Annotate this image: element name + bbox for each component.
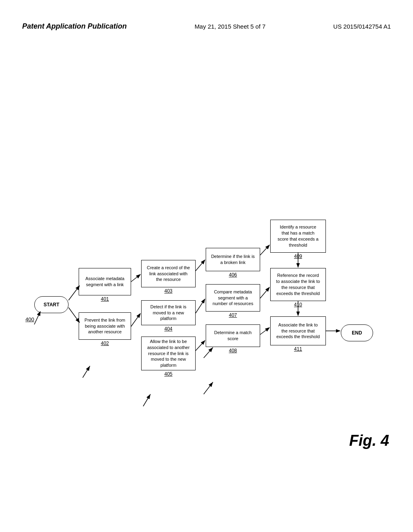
box-404: Detect if the link ismoved to a newplatf… [141,300,196,325]
box-411: Associate the link tothe resource thatex… [270,316,326,345]
svg-line-1 [83,366,90,378]
start-label: START [44,302,59,308]
svg-line-5 [204,382,213,394]
ref-401: 401 [101,296,109,302]
fig-label: Fig. 4 [349,432,389,449]
ref-408: 408 [229,347,237,354]
ref-402: 402 [101,340,109,347]
box-408: Determine a matchscore 408 [206,324,260,347]
header-publication-label: Patent Application Publication [22,22,127,31]
svg-line-7 [69,286,79,300]
box-406: Determine if the link isa broken link 40… [206,248,260,271]
header-patent-number: US 2015/0142754 A1 [333,23,391,30]
diagram: START 400 Associate metadatasegment with… [22,62,393,457]
svg-line-4 [204,347,213,358]
end-label: END [352,330,362,336]
ref-411: 411 [294,346,302,352]
svg-line-13 [196,341,205,351]
box-405: Allow the link to beassociated to anothe… [141,337,196,370]
ref-407: 407 [229,312,237,318]
ref-406: 406 [229,272,237,278]
box-407: Compare metadatasegment with anumber of … [206,284,260,312]
svg-line-3 [143,394,150,406]
svg-line-14 [260,245,269,255]
start-node: START [34,296,69,313]
header: Patent Application Publication May 21, 2… [0,22,413,31]
box-410: Reference the recordto associate the lin… [270,268,326,301]
box-401: Associate metadatasegment with a link 40… [79,268,131,295]
ref-400: 400 [25,316,34,322]
svg-line-11 [196,260,205,271]
svg-line-15 [260,287,269,298]
box-409: Identify a resourcethat has a matchscore… [270,220,326,253]
box-403: Create a record of thelink associated wi… [141,260,196,287]
page: Patent Application Publication May 21, 2… [0,0,413,532]
svg-line-16 [260,328,269,335]
header-date-sheet: May 21, 2015 Sheet 5 of 7 [194,23,265,30]
box-402: Prevent the link frombeing associate wit… [79,312,131,340]
svg-line-9 [131,274,140,282]
ref-404: 404 [164,326,172,332]
svg-line-20 [34,312,40,324]
ref-403: 403 [164,288,172,294]
ref-410: 410 [294,301,302,308]
svg-line-12 [196,299,205,313]
svg-line-8 [69,308,79,322]
ref-405: 405 [164,371,172,377]
svg-line-10 [131,314,140,326]
ref-409: 409 [294,253,302,260]
end-node: END [341,324,373,341]
